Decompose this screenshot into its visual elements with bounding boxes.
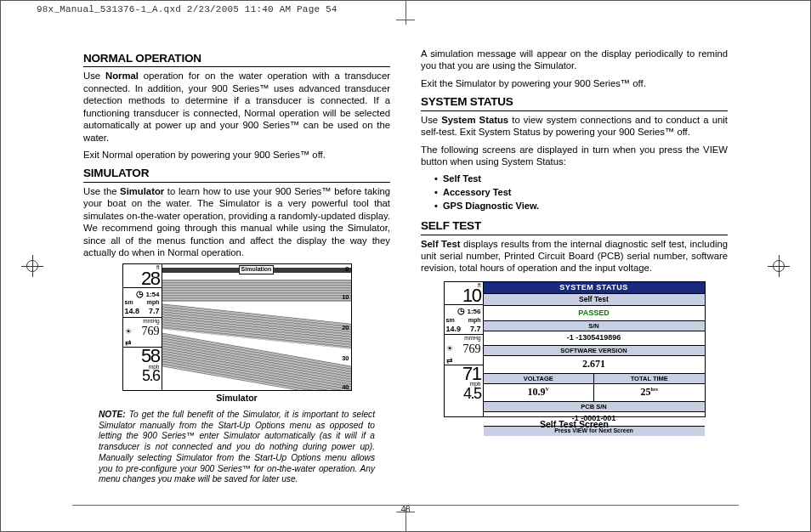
simulator-readout-panel: ft 28 ◷ 1:54 smmph 14.87.7 mmHg ☀: [123, 264, 162, 390]
total-time-header: TOTAL TIME: [594, 374, 705, 385]
speed2-readout: 5.6: [125, 370, 160, 382]
software-value: 2.671: [484, 356, 705, 372]
unit-label: sm: [125, 299, 133, 307]
software-header: SOFTWARE VERSION: [484, 346, 705, 357]
total-time-value: 25hrs: [594, 384, 705, 400]
depth-tick: 0: [345, 265, 349, 274]
depth-tick: 30: [342, 354, 349, 363]
sun-icon: ☀: [446, 344, 453, 354]
depth-tick: 20: [342, 324, 349, 332]
heading-system-status: SYSTEM STATUS: [421, 94, 728, 110]
pcb-header: PCB S/N: [484, 402, 705, 413]
unit-label: mph: [468, 317, 481, 325]
voltage-value: 10.9V: [484, 384, 594, 400]
page-number: 48: [400, 505, 410, 514]
voltage-header: VOLTAGE: [484, 374, 594, 385]
heading-normal-operation: NORMAL OPERATION: [83, 51, 390, 67]
depth-readout: 28: [125, 271, 160, 287]
serial-value: -1 -1305419896: [484, 331, 705, 345]
paragraph: The following screens are displayed in t…: [421, 144, 728, 168]
list-item: Accessory Test: [443, 186, 728, 200]
unit-label: sm: [446, 317, 455, 325]
depth-tick: 40: [342, 383, 349, 390]
left-column: NORMAL OPERATION Use Normal operation fo…: [68, 36, 406, 505]
speed-readout: 7.7: [470, 325, 481, 335]
distance-readout: 14.8: [125, 307, 140, 317]
self-test-main: SYSTEM STATUS Self Test PASSED S/N -1 -1…: [484, 282, 705, 416]
figure-caption: Simulator: [122, 393, 352, 404]
figure-self-test: ft 10 ◷ 1:56 smmph 14.97.7 mmHg ☀: [444, 281, 706, 430]
sun-icon: ☀: [125, 327, 132, 337]
crop-mark-icon: [396, 20, 415, 20]
right-column: A simulation message will appear on the …: [406, 36, 743, 505]
barometer-readout: 769: [463, 342, 481, 357]
unit-label: mph: [147, 299, 160, 307]
depth2-readout: 58: [125, 348, 160, 365]
system-status-title: SYSTEM STATUS: [484, 282, 705, 294]
sonar-display: Simulation 0 10 20 30 40: [162, 264, 351, 390]
paragraph: Exit the Simulator by powering your 900 …: [421, 77, 728, 89]
depth-tick: 10: [342, 293, 349, 302]
crop-mark-icon: [406, 1, 406, 25]
manual-page: 98x_Manual_531376-1_A.qxd 2/23/2005 11:4…: [0, 0, 811, 532]
time-readout: 1:54: [145, 291, 159, 298]
heading-simulator: SIMULATOR: [83, 166, 390, 182]
figure-simulator: ft 28 ◷ 1:54 smmph 14.87.7 mmHg ☀: [122, 263, 352, 404]
bullet-list: Self Test Accessory Test GPS Diagnostic …: [443, 173, 728, 213]
list-item: Self Test: [443, 173, 728, 186]
note: NOTE: To get the full benefit of the Sim…: [99, 410, 375, 485]
self-test-screenshot: ft 10 ◷ 1:56 smmph 14.97.7 mmHg ☀: [444, 281, 706, 417]
paragraph: Use System Status to view system connect…: [421, 114, 728, 139]
passed-label: PASSED: [484, 306, 705, 320]
paragraph: Use the Simulator to learn how to use yo…: [83, 185, 390, 259]
paragraph: Use Normal operation for on the water op…: [83, 70, 390, 144]
distance-readout: 14.9: [446, 325, 462, 335]
speed-readout: 7.7: [149, 307, 160, 317]
clock-icon: ◷: [457, 306, 465, 315]
time-readout: 1:56: [467, 308, 480, 315]
serial-header: S/N: [484, 321, 705, 332]
print-header: 98x_Manual_531376-1_A.qxd 2/23/2005 11:4…: [37, 4, 337, 14]
self-test-subtitle: Self Test: [484, 293, 705, 306]
page-body: NORMAL OPERATION Use Normal operation fo…: [67, 35, 744, 506]
simulation-badge: Simulation: [239, 265, 275, 274]
heading-self-test: SELF TEST: [421, 218, 728, 235]
self-test-readout-panel: ft 10 ◷ 1:56 smmph 14.97.7 mmHg ☀: [445, 282, 484, 416]
simulator-screenshot: ft 28 ◷ 1:54 smmph 14.87.7 mmHg ☀: [122, 263, 352, 391]
registration-mark-icon: [768, 255, 790, 277]
depth-readout: 10: [446, 288, 481, 304]
list-item: GPS Diagnostic View.: [443, 200, 728, 213]
barometer-readout: 769: [142, 324, 160, 339]
paragraph: Self Test displays results from the inte…: [421, 238, 728, 274]
speed2-readout: 4.5: [446, 388, 481, 400]
paragraph: Exit Normal operation by powering your 9…: [83, 149, 390, 161]
registration-mark-icon: [21, 255, 43, 277]
paragraph: A simulation message will appear on the …: [421, 48, 728, 72]
clock-icon: ◷: [136, 289, 144, 298]
temp-readout: 71: [446, 366, 481, 382]
